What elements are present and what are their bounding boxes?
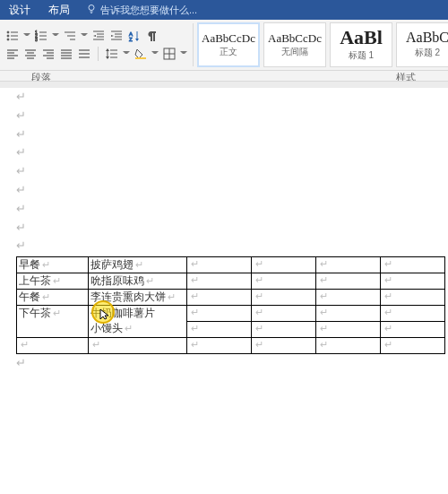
svg-point-5 [7,39,9,40]
cell-content[interactable]: ↵ [89,338,187,354]
style-card-0[interactable]: AaBbCcDc正文 [197,22,260,67]
cell-empty[interactable]: ↵ [187,306,252,322]
table-row[interactable]: 早餐↵披萨鸡翅↵↵↵↵↵ [17,257,445,273]
paragraph-group: 123 AZ [0,20,193,70]
svg-text:Z: Z [129,37,133,42]
paragraph-mark: ↵ [16,354,445,373]
cell-empty[interactable]: ↵ [252,306,316,322]
chevron-down-icon[interactable] [123,47,130,61]
style-card-3[interactable]: AaBbC标题 2 [396,22,448,67]
style-label: 无间隔 [281,46,308,58]
ribbon-group-label-bar: 段落 样式 [0,71,448,90]
align-center-icon[interactable] [23,47,38,61]
cell-empty[interactable]: ↵ [187,257,252,273]
svg-point-0 [89,5,94,11]
cell-empty[interactable]: ↵ [381,338,445,354]
align-right-icon[interactable] [41,47,56,61]
align-distributed-icon[interactable] [77,47,91,61]
table-row[interactable]: 下午茶↵牛奶咖啡薯片小馒头↵↵↵↵↵ [17,306,445,322]
paragraph-mark: ↵ [0,200,448,219]
bullets-icon[interactable] [5,29,20,43]
paragraph-mark: ↵ [0,181,448,200]
sort-icon[interactable]: AZ [127,29,142,43]
table-row[interactable]: 上午茶↵吮指原味鸡↵↵↵↵↵ [17,273,445,290]
style-sample: AaBl [340,28,383,48]
cell-empty[interactable]: ↵ [187,290,252,306]
ribbon-tab-layout[interactable]: 布局 [39,0,79,20]
cell-empty[interactable]: ↵ [316,257,381,273]
cell-empty[interactable]: ↵ [252,257,316,273]
indent-increase-icon[interactable] [109,29,124,43]
svg-marker-29 [135,39,139,41]
cell-label[interactable]: ↵ [17,338,89,354]
svg-text:3: 3 [35,37,38,42]
table-row[interactable]: 午餐↵李连贵熏肉大饼↵↵↵↵↵ [17,290,445,306]
cell-empty[interactable]: ↵ [316,306,381,322]
cell-empty[interactable]: ↵ [316,322,381,338]
cell-empty[interactable]: ↵ [252,322,316,338]
table-row[interactable]: ↵↵↵↵↵↵ [17,338,445,354]
style-gallery: AaBbCcDc正文AaBbCcDc无间隔AaBl标题 1AaBbC标题 2Aa… [194,20,448,70]
cell-empty[interactable]: ↵ [187,338,252,354]
svg-point-1 [7,31,9,33]
multilevel-icon[interactable] [63,29,77,43]
svg-point-3 [7,35,9,37]
svg-marker-53 [106,48,109,51]
cell-empty[interactable]: ↵ [381,290,445,306]
ribbon-tab-design[interactable]: 设计 [0,0,39,20]
cell-content[interactable]: 吮指原味鸡↵ [89,273,187,290]
cell-empty[interactable]: ↵ [381,257,445,273]
cell-content[interactable]: 披萨鸡翅↵ [89,257,187,273]
paragraph-mark: ↵ [0,237,448,256]
svg-marker-20 [93,35,96,37]
chevron-down-icon[interactable] [151,47,159,61]
style-label: 标题 2 [415,47,440,59]
cell-empty[interactable]: ↵ [381,273,445,290]
cell-content[interactable]: 李连贵熏肉大饼↵ [89,290,187,306]
tell-me-search[interactable]: 告诉我您想要做什么... [79,4,197,17]
chevron-down-icon[interactable] [81,29,88,43]
shading-icon[interactable] [134,47,148,61]
chevron-down-icon[interactable] [52,29,59,43]
separator [98,47,99,61]
chevron-down-icon[interactable] [23,29,30,43]
cell-content[interactable]: 牛奶咖啡薯片小馒头↵ [89,306,187,338]
borders-icon[interactable] [162,47,177,61]
indent-decrease-icon[interactable] [91,29,106,43]
svg-marker-25 [111,35,114,37]
align-justify-icon[interactable] [59,47,73,61]
cell-empty[interactable]: ↵ [316,273,381,290]
cell-empty[interactable]: ↵ [187,273,252,290]
cell-empty[interactable]: ↵ [252,273,316,290]
cell-empty[interactable]: ↵ [187,322,252,338]
paragraph-mark: ↵ [0,107,448,126]
empty-paragraphs: ↵↵↵↵↵↵↵↵↵ [0,88,448,256]
cell-empty[interactable]: ↵ [316,338,381,354]
cell-empty[interactable]: ↵ [381,322,445,338]
svg-rect-55 [135,57,146,59]
chevron-down-icon[interactable] [180,47,187,61]
cell-empty[interactable]: ↵ [252,338,316,354]
style-sample: AaBbCcDc [202,32,255,44]
style-card-1[interactable]: AaBbCcDc无间隔 [263,22,326,67]
style-card-2[interactable]: AaBl标题 1 [330,22,392,67]
ribbon-tab-bar: 设计 布局 告诉我您想要做什么... [0,0,448,20]
cell-label[interactable]: 下午茶↵ [17,306,89,338]
paragraph-mark: ↵ [0,126,448,144]
style-label: 正文 [220,46,237,58]
cell-label[interactable]: 早餐↵ [17,257,89,273]
document-page[interactable]: ↵↵↵↵↵↵↵↵↵ 早餐↵披萨鸡翅↵↵↵↵↵上午茶↵吮指原味鸡↵↵↵↵↵午餐↵李… [0,88,448,494]
line-spacing-icon[interactable] [105,47,119,61]
paragraph-mark: ↵ [0,162,448,181]
cell-empty[interactable]: ↵ [252,290,316,306]
cell-empty[interactable]: ↵ [381,306,445,322]
pilcrow-icon[interactable] [145,29,159,43]
tell-me-placeholder: 告诉我您想要做什么... [100,4,197,17]
numbering-icon[interactable]: 123 [34,29,48,43]
cell-label[interactable]: 上午茶↵ [17,273,89,290]
svg-marker-54 [106,56,109,59]
cell-empty[interactable]: ↵ [316,290,381,306]
align-left-icon[interactable] [5,47,20,61]
meal-table[interactable]: 早餐↵披萨鸡翅↵↵↵↵↵上午茶↵吮指原味鸡↵↵↵↵↵午餐↵李连贵熏肉大饼↵↵↵↵… [16,256,445,354]
cell-label[interactable]: 午餐↵ [17,290,89,306]
